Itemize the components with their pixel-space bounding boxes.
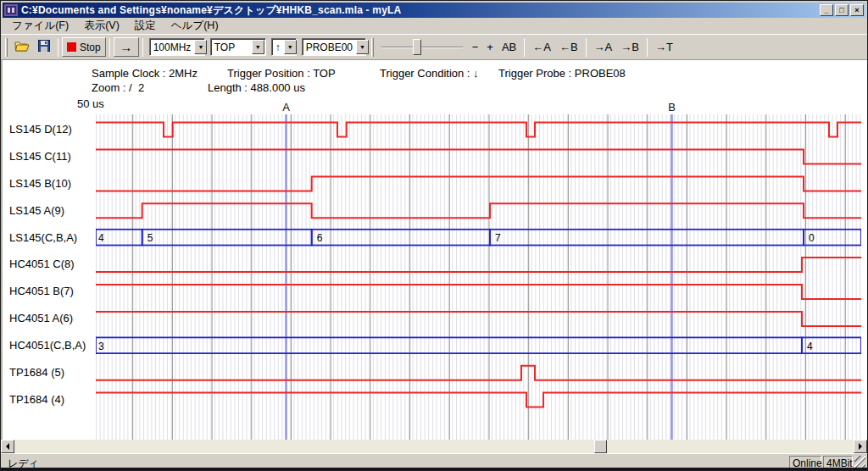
trigger-position-combobox[interactable]: TOP ▼ bbox=[210, 38, 266, 56]
menu-file[interactable]: ファイル(F) bbox=[4, 17, 76, 35]
trigger-position-info: Trigger Position : TOP bbox=[227, 67, 336, 80]
scroll-left-button[interactable] bbox=[1, 440, 14, 453]
dropdown-arrow-icon[interactable]: ▼ bbox=[284, 40, 297, 54]
goto-a-right-button[interactable]: →A bbox=[590, 37, 617, 57]
run-arrow-icon: → bbox=[120, 41, 132, 53]
trigger-probe-combobox[interactable]: PROBE00 ▼ bbox=[302, 38, 366, 56]
grid-minor bbox=[96, 114, 861, 440]
bus-value: 5 bbox=[147, 232, 153, 244]
left-arrow-icon bbox=[3, 443, 9, 450]
channel-label[interactable]: LS145 C(11) bbox=[9, 150, 94, 163]
channel-label[interactable]: HC4051 B(7) bbox=[9, 285, 94, 298]
channel-label[interactable]: TP1684 (4) bbox=[9, 393, 94, 407]
bus-value: 0 bbox=[809, 232, 815, 244]
horizontal-scrollbar[interactable] bbox=[1, 440, 867, 453]
menu-settings[interactable]: 設定 bbox=[127, 17, 164, 35]
toolbar-separator bbox=[142, 38, 143, 57]
trigger-edge-value: ↑ bbox=[272, 42, 284, 53]
memory-size: 4MBit bbox=[823, 456, 853, 468]
length-info: Length : 488.000 us bbox=[208, 81, 305, 94]
toolbar-separator bbox=[109, 38, 110, 57]
channel-label[interactable]: HC4051 C(8) bbox=[9, 258, 94, 271]
minimize-button[interactable]: _ bbox=[820, 4, 833, 16]
resize-grip-icon[interactable] bbox=[854, 456, 865, 468]
channel-label[interactable]: TP1684 (5) bbox=[9, 366, 94, 380]
right-arrow-icon bbox=[859, 443, 865, 450]
goto-b-right-button[interactable]: →B bbox=[616, 37, 643, 57]
zoom-info: Zoom : / 2 bbox=[92, 81, 144, 94]
dropdown-arrow-icon[interactable]: ▼ bbox=[356, 40, 369, 54]
goto-trigger-button[interactable]: →T bbox=[651, 37, 677, 57]
sample-clock-info: Sample Clock : 2MHz bbox=[92, 67, 198, 80]
stop-icon bbox=[67, 42, 76, 52]
ab-button[interactable]: AB bbox=[498, 37, 520, 57]
open-folder-icon bbox=[14, 40, 30, 54]
close-button[interactable]: × bbox=[850, 4, 864, 16]
toolbar-grip bbox=[371, 38, 374, 57]
goto-a-left-button[interactable]: ←A bbox=[528, 37, 555, 57]
stop-button[interactable]: Stop bbox=[62, 37, 106, 57]
channel-label[interactable]: LS145 A(9) bbox=[9, 204, 94, 218]
slider-track bbox=[381, 47, 463, 48]
toolbar-separator bbox=[586, 38, 587, 57]
menu-view[interactable]: 表示(V) bbox=[76, 17, 127, 35]
dropdown-arrow-icon[interactable]: ▼ bbox=[252, 40, 264, 54]
save-button[interactable] bbox=[34, 37, 54, 57]
run-button[interactable]: → bbox=[114, 37, 139, 57]
trigger-condition-info: Trigger Condition : ↓ bbox=[380, 67, 479, 80]
channel-label[interactable]: LS145 B(10) bbox=[9, 177, 94, 191]
toolbar-grip bbox=[5, 38, 8, 57]
trigger-probe-info: Trigger Probe : PROBE08 bbox=[498, 67, 626, 80]
marker-label-B: B bbox=[668, 101, 676, 114]
dropdown-arrow-icon[interactable]: ▼ bbox=[194, 40, 207, 54]
channel-label[interactable]: HC4051(C,B,A) bbox=[9, 339, 94, 352]
scroll-right-button[interactable] bbox=[854, 440, 867, 453]
channel-label[interactable]: HC4051 A(6) bbox=[9, 312, 94, 325]
trigger-probe-value: PROBE00 bbox=[303, 42, 356, 53]
toolbar-separator bbox=[647, 38, 648, 57]
waveform-view: Sample Clock : 2MHz Trigger Position : T… bbox=[1, 60, 867, 440]
window-bottom-border bbox=[1, 468, 867, 470]
open-file-button[interactable] bbox=[10, 37, 34, 57]
bus-value: 4 bbox=[98, 232, 104, 244]
toolbar-separator bbox=[58, 38, 58, 57]
scrollbar-thumb[interactable] bbox=[594, 440, 607, 453]
marker-label-A: A bbox=[282, 101, 290, 114]
app-window: C:¥Documents and Settings¥noname¥デスクトップ¥… bbox=[0, 0, 868, 471]
zoom-in-button[interactable]: + bbox=[482, 37, 498, 57]
sample-clock-combobox[interactable]: 100MHz ▼ bbox=[149, 38, 205, 56]
maximize-button[interactable]: □ bbox=[835, 4, 849, 16]
slider-thumb[interactable] bbox=[413, 39, 421, 55]
bus-value: 3 bbox=[98, 341, 104, 352]
online-status: Online bbox=[789, 456, 821, 468]
channel-label[interactable]: LS145 D(12) bbox=[9, 123, 94, 136]
trigger-edge-combobox[interactable]: ↑ ▼ bbox=[271, 38, 297, 56]
titlebar[interactable]: C:¥Documents and Settings¥noname¥デスクトップ¥… bbox=[3, 3, 865, 18]
menubar: ファイル(F) 表示(V) 設定 ヘルプ(H) bbox=[1, 18, 867, 34]
waveform-plot[interactable]: AB4567034 bbox=[96, 97, 861, 440]
toolbar: Stop → 100MHz ▼ TOP ▼ ↑ ▼ PROBE00 ▼ − + bbox=[1, 34, 867, 60]
channel-label[interactable]: LS145(C,B,A) bbox=[9, 231, 94, 245]
window-title: C:¥Documents and Settings¥noname¥デスクトップ¥… bbox=[21, 3, 820, 18]
stop-label: Stop bbox=[80, 42, 101, 53]
zoom-slider[interactable] bbox=[381, 38, 463, 57]
bus-value: 4 bbox=[807, 341, 813, 352]
status-message: レディ bbox=[3, 456, 787, 468]
menu-help[interactable]: ヘルプ(H) bbox=[164, 17, 226, 35]
sample-clock-value: 100MHz bbox=[150, 42, 195, 53]
trigger-position-value: TOP bbox=[211, 42, 252, 53]
app-icon bbox=[4, 4, 18, 16]
goto-b-left-button[interactable]: ←B bbox=[555, 37, 582, 57]
bus-value: 7 bbox=[495, 232, 501, 244]
toolbar-separator bbox=[524, 38, 525, 57]
floppy-disk-icon bbox=[38, 40, 50, 54]
zoom-out-button[interactable]: − bbox=[468, 37, 483, 57]
bus-value: 6 bbox=[317, 232, 323, 244]
